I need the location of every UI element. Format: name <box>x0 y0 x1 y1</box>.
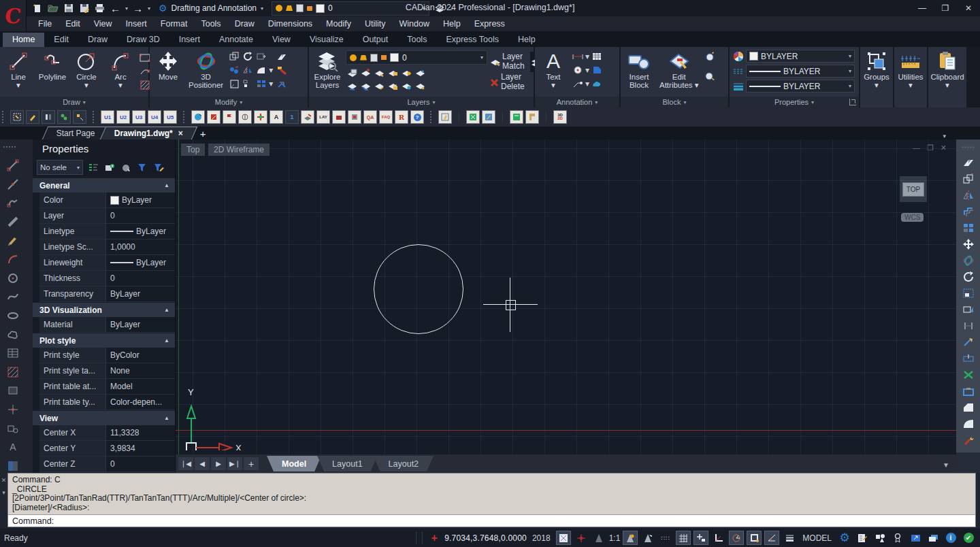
lineweight-select[interactable]: BYLAYER ▾ <box>746 65 855 78</box>
open-file-icon[interactable] <box>47 3 59 14</box>
object-snap-icon[interactable] <box>747 531 762 545</box>
dim-edit-icon[interactable] <box>238 110 252 124</box>
line-button[interactable]: Line▾ <box>3 49 34 97</box>
toggle-pickadd-icon[interactable] <box>120 161 132 173</box>
undo-icon[interactable]: ← <box>110 3 121 14</box>
auto-annotation-icon[interactable] <box>640 531 655 545</box>
show-lineweight-icon[interactable] <box>782 531 797 545</box>
new-tab-icon[interactable]: + <box>200 128 206 139</box>
chevron-down-icon[interactable]: ▾ <box>269 65 273 75</box>
layer-vpfreeze-icon[interactable] <box>414 80 426 92</box>
clipboard-button[interactable]: Clipboard▾ <box>931 49 964 107</box>
prop-row-material[interactable]: MaterialByLayer <box>39 317 175 333</box>
annotation-visibility-icon[interactable] <box>623 531 638 545</box>
scale-icon[interactable] <box>228 78 240 90</box>
scale-tool-icon[interactable] <box>960 285 977 301</box>
annotation-scale-icon[interactable] <box>591 531 606 545</box>
layer-lock-tool-icon[interactable] <box>387 66 399 78</box>
menu-insert[interactable]: Insert <box>119 19 154 29</box>
undo-dropdown-icon[interactable]: ▾ <box>125 5 128 12</box>
copy-icon[interactable] <box>228 50 240 63</box>
attr-sync-icon[interactable] <box>348 110 361 124</box>
prop-row-layer[interactable]: Layer0 <box>39 208 175 224</box>
revcloud-tool-icon[interactable] <box>5 327 20 342</box>
explore-layers-button[interactable]: ExploreLayers <box>312 49 343 97</box>
ucs-2-icon[interactable]: U2 <box>116 110 130 124</box>
prop-row-center-x[interactable]: Center X11,3328 <box>39 425 175 441</box>
section-general[interactable]: General▲ <box>33 178 175 193</box>
toolbar-grip[interactable] <box>429 110 433 124</box>
region-tool-icon[interactable] <box>5 384 20 398</box>
drawn-circle-entity[interactable] <box>374 244 463 334</box>
trim-tool-icon[interactable] <box>960 318 977 334</box>
vp-close-icon[interactable]: ✕ <box>941 144 947 152</box>
fillet-small-icon[interactable] <box>255 64 267 76</box>
leader-icon[interactable] <box>572 78 584 90</box>
edit-attributes-button[interactable]: Edit Attributes ▾ <box>657 49 701 97</box>
command-expand-icon[interactable]: ▾ <box>2 489 5 496</box>
text-button[interactable]: A Text▾ <box>538 49 569 97</box>
dimension-icon[interactable] <box>572 50 584 63</box>
select-objects-icon[interactable] <box>103 161 116 173</box>
viewport-style-control[interactable]: 2D Wireframe <box>208 144 270 156</box>
create-block-icon[interactable] <box>704 50 716 63</box>
vp-restore-icon[interactable]: ❐ <box>927 144 934 152</box>
command-close-icon[interactable]: ✕ <box>1 477 7 484</box>
menu-utility[interactable]: Utility <box>358 19 393 29</box>
layer-unlock-icon[interactable] <box>387 80 399 92</box>
xline-tool-icon[interactable] <box>5 177 20 191</box>
3d-positioner-button[interactable]: 3DPositioner <box>186 49 225 97</box>
ribbon-layer-combo[interactable]: 0 ▾ <box>346 50 487 65</box>
table-icon[interactable] <box>591 50 603 63</box>
menu-edit[interactable]: Edit <box>59 19 87 29</box>
groups-button[interactable]: Groups▾ <box>861 49 892 107</box>
layer-freeze-tool-icon[interactable] <box>373 66 385 78</box>
command-input[interactable]: Command: <box>8 514 975 527</box>
block-editor-icon[interactable] <box>704 69 716 82</box>
tab-express-tools[interactable]: Express Tools <box>436 33 508 47</box>
rotate-tool-icon[interactable] <box>960 269 977 285</box>
tab-edit[interactable]: Edit <box>44 33 78 47</box>
menu-modify[interactable]: Modify <box>319 19 358 29</box>
redo-dropdown-icon[interactable]: ▾ <box>148 5 150 12</box>
qa-icon[interactable]: QA <box>363 110 377 124</box>
view-cube[interactable]: TOP <box>900 176 927 202</box>
filter-edit-icon[interactable] <box>152 161 165 173</box>
tab-tools[interactable]: Tools <box>397 33 436 47</box>
minimize-button[interactable]: — <box>911 1 934 16</box>
tab-visualize[interactable]: Visualize <box>300 33 353 47</box>
menu-tools[interactable]: Tools <box>194 19 227 29</box>
point-tool-icon[interactable] <box>5 403 20 417</box>
help-circle-icon[interactable]: ? <box>410 110 424 124</box>
match-icon[interactable] <box>42 110 55 124</box>
tab-drawing1[interactable]: Drawing1.dwg* × <box>99 127 197 139</box>
move-button[interactable]: Move <box>152 49 184 97</box>
prop-row-color[interactable]: ColorByLayer <box>39 193 175 208</box>
object-snap-tracking-icon[interactable] <box>764 531 779 545</box>
drawing-standard[interactable]: 2018 <box>532 533 551 543</box>
chevron-down-icon[interactable]: ▾ <box>585 52 589 61</box>
select-similar-icon[interactable] <box>73 110 86 124</box>
circle-button[interactable]: Circle▾ <box>71 49 102 97</box>
ellipse-tool-icon[interactable] <box>5 309 20 323</box>
shapes-palette-icon[interactable] <box>872 531 887 545</box>
array-icon[interactable] <box>242 78 254 90</box>
prev-layout-icon[interactable]: ◀ <box>195 457 210 470</box>
revision-cloud-icon[interactable] <box>591 78 603 90</box>
print-icon[interactable] <box>94 3 105 14</box>
tab-annotate[interactable]: Annotate <box>210 33 263 47</box>
prop-row-center-y[interactable]: Center Y3,9834 <box>39 441 175 457</box>
cascade-windows-icon[interactable] <box>926 531 941 545</box>
layer-off-icon[interactable] <box>346 80 358 92</box>
new-drawing-icon[interactable] <box>31 3 43 14</box>
chevron-down-icon[interactable]: ▾ <box>585 65 589 75</box>
edit-table-icon[interactable] <box>482 110 495 124</box>
save-icon[interactable] <box>63 3 74 14</box>
menu-express[interactable]: Express <box>468 19 512 29</box>
mirror-tool-icon[interactable] <box>960 187 977 203</box>
snap-marker-icon[interactable] <box>574 531 589 545</box>
annotation-scale-value[interactable]: 1:1 <box>609 533 621 543</box>
redline-icon[interactable]: R <box>395 110 408 124</box>
license-badge-icon[interactable] <box>890 531 905 545</box>
close-tab-icon[interactable]: × <box>178 129 182 138</box>
